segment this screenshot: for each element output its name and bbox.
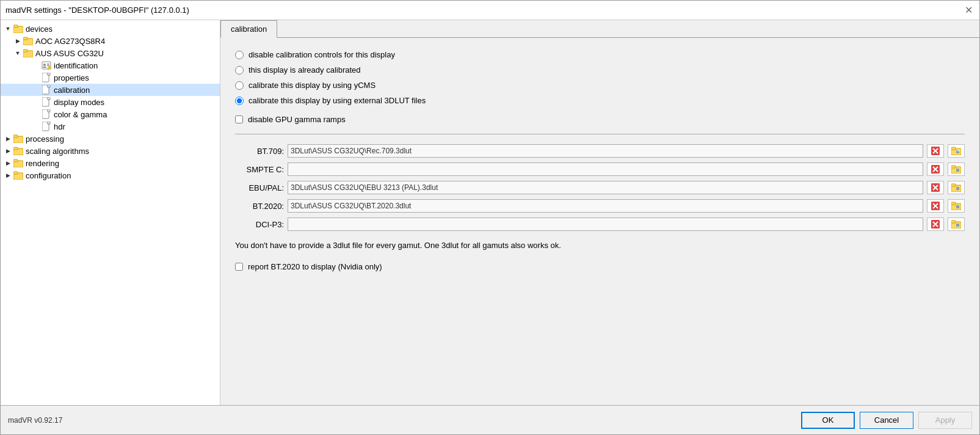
sidebar-label-properties: properties [54,73,89,82]
close-button[interactable]: ✕ [962,4,975,16]
radio-external-label: calibrate this display by using external… [249,96,426,105]
svg-rect-49 [951,202,956,205]
id-icon [41,60,52,70]
lut-clear-bt2020[interactable] [927,199,944,213]
sidebar-label-processing: processing [26,134,64,144]
svg-rect-3 [23,37,27,40]
checkbox-disable-gpu-label: disable GPU gamma ramps [248,115,346,124]
sidebar-label-devices: devices [26,24,53,34]
radio-disable-label: disable calibration controls for this di… [249,50,395,59]
doc-icon-display-modes [41,97,52,107]
radio-ycms[interactable]: calibrate this display by using yCMS [235,81,965,90]
lut-clear-dcip3[interactable] [927,218,944,231]
doc-icon-color-gamma [41,109,52,119]
folder-icon-configuration [13,170,24,180]
radio-already-label: this display is already calibrated [249,65,361,75]
sidebar-item-identification[interactable]: identification [1,59,220,71]
doc-icon-hdr [41,122,52,131]
svg-rect-25 [13,147,18,150]
sidebar: ▼ devices ▶ AOC AG273QS8R4 ▼ AU [1,20,220,405]
svg-rect-19 [48,109,50,112]
sidebar-item-processing[interactable]: ▶ processing [1,133,220,145]
lut-label-bt709: BT.709: [235,147,284,156]
tab-calibration[interactable]: calibration [220,20,277,38]
svg-rect-23 [13,135,18,137]
lut-label-bt2020: BT.2020: [235,202,284,211]
lut-input-bt709[interactable] [288,144,923,158]
lut-clear-ebupal[interactable] [927,181,944,194]
svg-rect-10 [47,65,49,67]
sidebar-label-identification: identification [54,61,98,70]
arrow-processing: ▶ [3,136,13,142]
sidebar-item-aoc[interactable]: ▶ AOC AG273QS8R4 [1,35,220,47]
radio-already-input[interactable] [235,66,244,75]
radio-external[interactable]: calibrate this display by using external… [235,96,965,105]
svg-rect-44 [951,184,956,186]
radio-ycms-input[interactable] [235,81,244,90]
folder-icon-aoc [23,36,34,46]
checkbox-disable-gpu-input[interactable] [235,115,243,123]
calibration-radio-group: disable calibration controls for this di… [235,50,965,105]
lut-label-smptec: SMPTE C: [235,165,284,174]
sidebar-item-aus[interactable]: ▼ AUS ASUS CG32U [1,47,220,59]
tab-bar: calibration [220,20,979,38]
lut-browse-dcip3[interactable] [948,218,965,231]
doc-icon-calibration [41,85,52,95]
ok-button[interactable]: OK [801,412,855,429]
radio-external-input[interactable] [235,97,244,105]
lut-browse-bt2020[interactable] [948,199,965,213]
sidebar-label-configuration: configuration [26,171,71,180]
lut-section: BT.709: SMPTE C: [235,144,965,231]
folder-icon-devices [13,24,24,34]
folder-icon-rendering [13,158,24,168]
lut-clear-smptec[interactable] [927,163,944,176]
radio-ycms-label: calibrate this display by using yCMS [249,81,376,90]
radio-disable[interactable]: disable calibration controls for this di… [235,50,965,59]
sidebar-item-properties[interactable]: properties [1,71,220,84]
sidebar-label-aoc: AOC AG273QS8R4 [35,37,105,46]
svg-rect-29 [13,172,18,174]
lut-clear-bt709[interactable] [927,144,944,158]
sidebar-item-rendering[interactable]: ▶ rendering [1,157,220,169]
lut-row-smptec: SMPTE C: [235,163,965,176]
svg-rect-9 [47,64,49,65]
lut-browse-bt709[interactable] [948,144,965,158]
lut-row-bt709: BT.709: [235,144,965,158]
radio-disable-input[interactable] [235,51,244,59]
sidebar-label-calibration: calibration [54,86,90,95]
sidebar-item-scaling[interactable]: ▶ scaling algorithms [1,145,220,157]
sidebar-item-configuration[interactable]: ▶ configuration [1,169,220,181]
lut-input-bt2020[interactable] [288,199,923,213]
apply-button[interactable]: Apply [918,412,972,429]
lut-browse-ebupal[interactable] [948,181,965,194]
cancel-button[interactable]: Cancel [860,412,913,429]
sidebar-item-calibration[interactable]: calibration [1,84,220,96]
sidebar-item-hdr[interactable]: hdr [1,120,220,133]
arrow-aoc: ▶ [13,38,23,44]
title-bar: madVR settings - "DESKTOP-0UBGPFI" (127.… [1,1,979,20]
divider [235,134,965,134]
svg-rect-13 [48,73,50,75]
lut-input-ebupal[interactable] [288,181,923,194]
info-text: You don't have to provide a 3dlut file f… [235,241,965,250]
sidebar-item-display-modes[interactable]: display modes [1,96,220,108]
lut-row-bt2020: BT.2020: [235,199,965,213]
arrow-rendering: ▶ [3,160,13,166]
checkbox-report-bt2020[interactable]: report BT.2020 to display (Nvidia only) [235,262,965,271]
sidebar-label-display-modes: display modes [54,98,104,107]
svg-rect-8 [43,67,46,68]
main-content: ▼ devices ▶ AOC AG273QS8R4 ▼ AU [1,20,979,405]
lut-input-smptec[interactable] [288,163,923,176]
lut-label-ebupal: EBU/PAL: [235,183,284,192]
arrow-aus: ▼ [13,50,23,56]
sidebar-item-devices[interactable]: ▼ devices [1,23,220,35]
main-window: madVR settings - "DESKTOP-0UBGPFI" (127.… [0,0,980,435]
checkbox-disable-gpu[interactable]: disable GPU gamma ramps [235,115,965,124]
svg-rect-1 [13,25,18,27]
lut-input-dcip3[interactable] [288,218,923,231]
sidebar-item-color-gamma[interactable]: color & gamma [1,108,220,120]
radio-already[interactable]: this display is already calibrated [235,65,965,75]
svg-rect-27 [13,159,18,162]
lut-browse-smptec[interactable] [948,163,965,176]
checkbox-report-bt2020-input[interactable] [235,263,243,271]
